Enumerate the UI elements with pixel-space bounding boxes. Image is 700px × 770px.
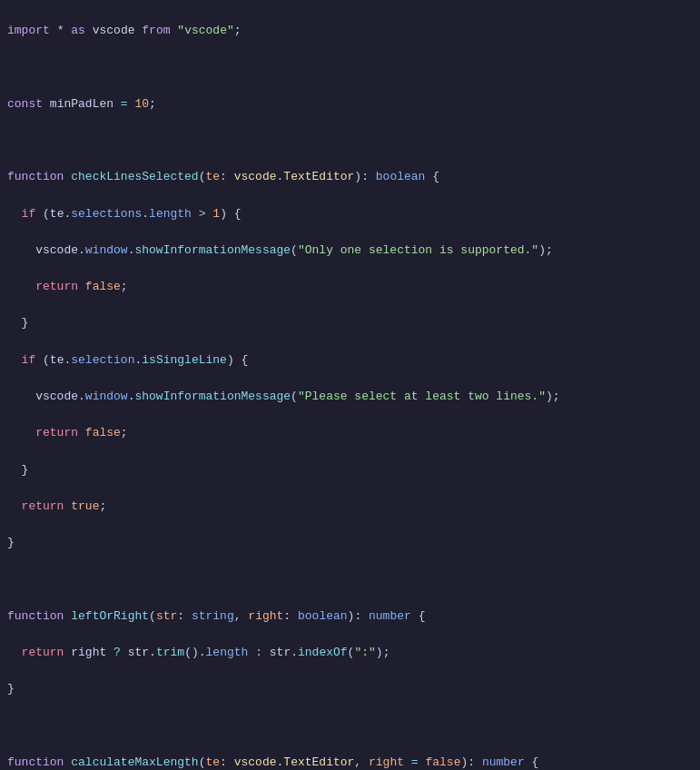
code-line: function calculateMaxLength(te: vscode.T… <box>7 754 693 770</box>
code-line: const minPadLen = 10; <box>7 95 693 114</box>
code-line: function checkLinesSelected(te: vscode.T… <box>7 168 693 186</box>
code-line: import * as vscode from "vscode"; <box>7 22 693 40</box>
code-line: return right ? str.trim().length : str.i… <box>7 644 693 662</box>
code-line: if (te.selections.length > 1) { <box>7 205 693 223</box>
code-line: } <box>7 534 693 552</box>
code-line: } <box>7 314 693 332</box>
code-line: return true; <box>7 498 693 516</box>
code-line: } <box>7 680 693 698</box>
code-line <box>7 58 693 76</box>
code-editor: import * as vscode from "vscode"; const … <box>0 4 700 770</box>
code-line: function leftOrRight(str: string, right:… <box>7 607 693 626</box>
code-line <box>7 570 693 588</box>
code-line: } <box>7 461 693 479</box>
code-line: if (te.selection.isSingleLine) { <box>7 351 693 370</box>
code-line: vscode.window.showInformationMessage("On… <box>7 242 693 260</box>
code-line: return false; <box>7 424 693 442</box>
code-line <box>7 716 693 735</box>
code-line: return false; <box>7 278 693 296</box>
code-line <box>7 132 693 150</box>
code-line: vscode.window.showInformationMessage("Pl… <box>7 388 693 406</box>
